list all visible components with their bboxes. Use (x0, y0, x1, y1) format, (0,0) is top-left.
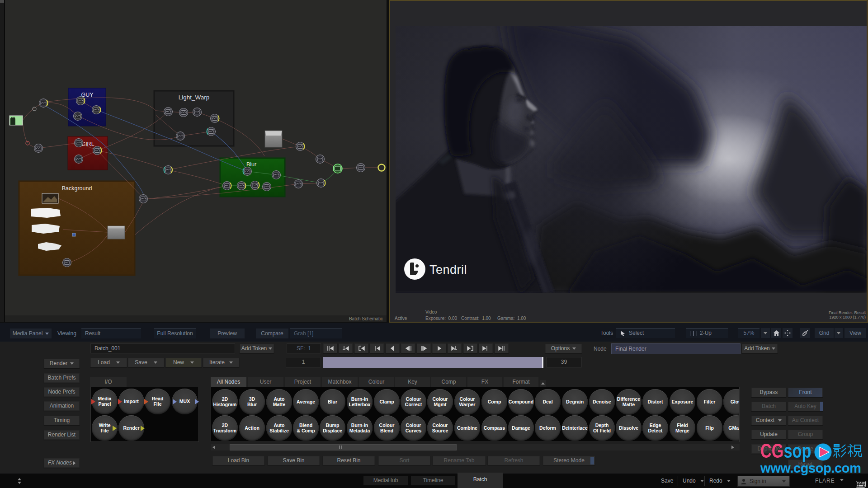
svg-text:Light_Warp: Light_Warp (179, 94, 210, 101)
svg-text:Blur: Blur (246, 161, 256, 168)
svg-text:Background: Background (62, 185, 92, 192)
